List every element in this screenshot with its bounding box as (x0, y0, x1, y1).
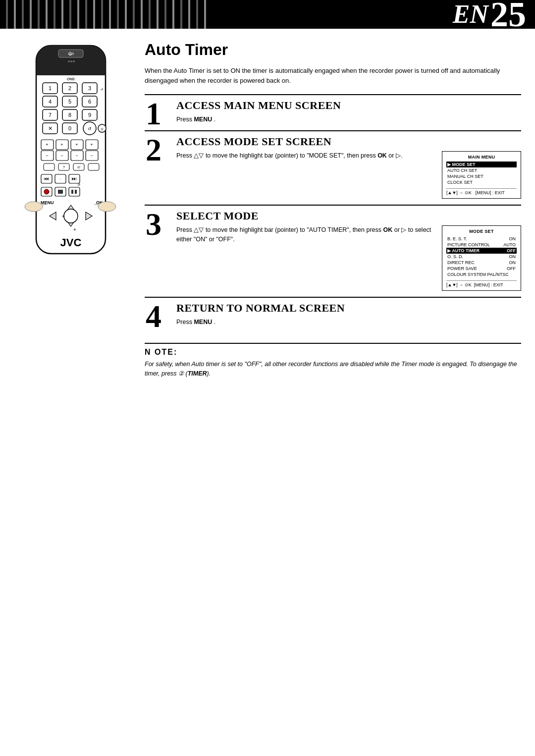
svg-point-82 (25, 202, 43, 212)
svg-text:2: 2 (68, 85, 71, 91)
step-3-number: 3 (145, 206, 172, 297)
step-3: 3 SELECT MODE Press △▽ to move the highl… (145, 205, 521, 297)
svg-text:///: /// (77, 165, 80, 169)
svg-text:4: 4 (49, 99, 52, 105)
svg-point-66 (44, 189, 49, 194)
svg-text:⏻/I: ⏻/I (68, 52, 74, 56)
footer-menu: [MENU] : EXIT (473, 190, 505, 195)
screen-item-modeset: ▶ MODE SET (446, 162, 517, 167)
svg-point-7 (73, 60, 75, 62)
main-content: ⏻/I ·ONE· 1 2 3 ⊿ 4 (0, 29, 535, 390)
svg-text:↺: ↺ (88, 126, 92, 131)
step-2-heading: ACCESS MODE SET SCREEN (176, 135, 521, 148)
svg-text:1: 1 (49, 85, 52, 91)
svg-point-84 (98, 202, 116, 212)
screen-item-clockset: CLOCK SET (446, 179, 517, 185)
svg-text:⏮: ⏮ (44, 176, 49, 181)
svg-text:3: 3 (88, 85, 91, 91)
svg-text:7: 7 (49, 112, 52, 118)
screen-item-picture: PICTURE CONTROLAUTO (446, 242, 517, 248)
svg-rect-2 (36, 60, 106, 75)
svg-text:+: + (73, 227, 76, 232)
svg-text:5: 5 (68, 99, 71, 105)
svg-rect-52 (44, 163, 54, 170)
step-3-content: SELECT MODE Press △▽ to move the highlig… (172, 206, 521, 297)
page-title: Auto Timer (145, 41, 521, 59)
instructions-column: Auto Timer When the Auto Timer is set to… (145, 41, 521, 378)
svg-text:·ONE·: ·ONE· (66, 77, 75, 81)
svg-text:−: − (75, 153, 78, 158)
step-2-text: Press △▽ to move the highlight bar (poin… (176, 151, 436, 161)
step-4-body: Press MENU . (176, 318, 521, 327)
screen-item-best: B. E. S. T.ON (446, 236, 517, 242)
svg-text:?: ? (63, 165, 65, 169)
svg-text:−: − (60, 153, 63, 158)
note-body: For safety, when Auto timer is set to "O… (145, 360, 521, 379)
svg-text:✕: ✕ (48, 125, 53, 131)
step-2-screen-title: MAIN MENU (446, 155, 517, 160)
step-2-content: ACCESS MODE SET SCREEN Press △▽ to move … (172, 131, 521, 205)
step-3-heading: SELECT MODE (176, 210, 521, 222)
step-1-content: ACCESS MAIN MENU SCREEN Press MENU . (172, 95, 521, 130)
svg-text:6: 6 (88, 99, 91, 105)
svg-text:+: + (90, 142, 93, 147)
svg-text:−: − (90, 153, 93, 158)
svg-point-6 (70, 60, 72, 62)
intro-paragraph: When the Auto Timer is set to ON the tim… (145, 66, 521, 85)
note-section: N OTE: For safety, when Auto timer is se… (145, 343, 521, 379)
step-2: 2 ACCESS MODE SET SCREEN Press △▽ to mov… (145, 130, 521, 205)
step-4-content: RETURN TO NORMAL SCREEN Press MENU . (172, 298, 521, 333)
svg-text:⊙: ⊙ (101, 127, 104, 131)
svg-point-5 (68, 60, 70, 62)
step-2-screen: MAIN MENU ▶ MODE SET AUTO CH SET MANUAL … (442, 151, 521, 199)
header-stripe-decoration (0, 0, 208, 29)
step-2-screen-footer: [▲▼] → ⊙K [MENU] : EXIT (446, 188, 517, 195)
svg-text:+: + (75, 142, 78, 147)
step-2-body: Press △▽ to move the highlight bar (poin… (176, 151, 436, 161)
step-3-text: Press △▽ to move the highlight bar (poin… (176, 225, 436, 244)
footer-arrow: [▲▼] → ⊙K (446, 190, 472, 195)
svg-text:+: + (46, 142, 48, 147)
screen-item-autoch: AUTO CH SET (446, 167, 517, 173)
step-3-with-screen: Press △▽ to move the highlight bar (poin… (176, 225, 521, 291)
svg-rect-57 (88, 163, 99, 170)
step-1-number: 1 (145, 95, 172, 130)
header-bar: EN 25 (0, 0, 535, 29)
step-3-screen: MODE SET B. E. S. T.ON PICTURE CONTROLAU… (442, 225, 521, 291)
step-1-body: Press MENU . (176, 115, 521, 124)
remote-column: ⏻/I ·ONE· 1 2 3 ⊿ 4 (14, 41, 133, 378)
svg-point-78 (64, 209, 78, 223)
svg-text:9: 9 (88, 112, 91, 118)
screen-item-manualch: MANUAL CH SET (446, 173, 517, 179)
step-3-screen-title: MODE SET (446, 229, 517, 234)
svg-text:−: − (46, 153, 48, 158)
page-number: 25 (490, 0, 526, 32)
svg-text:+: + (60, 142, 63, 147)
en-label: EN (453, 1, 488, 27)
step-4-number: 4 (145, 298, 172, 333)
svg-text:③: ③ (77, 183, 80, 186)
screen-item-directrec: DIRECT RECON (446, 260, 517, 266)
svg-text:⊿: ⊿ (100, 87, 104, 91)
svg-text:·: · (60, 176, 61, 181)
screen-item-colour: COLOUR SYSTEM PAL/NTSC (446, 271, 517, 277)
step-4-heading: RETURN TO NORMAL SCREEN (176, 302, 521, 315)
step-4: 4 RETURN TO NORMAL SCREEN Press MENU . (145, 297, 521, 333)
svg-rect-71 (75, 190, 77, 194)
svg-rect-69 (69, 187, 80, 196)
step-1: 1 ACCESS MAIN MENU SCREEN Press MENU . (145, 94, 521, 130)
step-1-heading: ACCESS MAIN MENU SCREEN (176, 99, 521, 112)
svg-text:8: 8 (68, 112, 71, 118)
screen-item-osd: O. S. D.ON (446, 254, 517, 260)
svg-text:0: 0 (68, 125, 71, 131)
step-2-with-screen: Press △▽ to move the highlight bar (poin… (176, 151, 521, 199)
svg-rect-70 (71, 190, 73, 194)
step-3-body: Press △▽ to move the highlight bar (poin… (176, 225, 436, 244)
screen-item-powersave: POWER SAVEOFF (446, 266, 517, 271)
svg-text:JVC: JVC (60, 236, 82, 249)
svg-text:MENU: MENU (41, 200, 54, 205)
screen-item-autotimer: ▶ AUTO TIMEROFF (446, 248, 517, 254)
note-title: N OTE: (145, 348, 521, 357)
svg-rect-68 (58, 190, 63, 194)
step-2-number: 2 (145, 131, 172, 205)
